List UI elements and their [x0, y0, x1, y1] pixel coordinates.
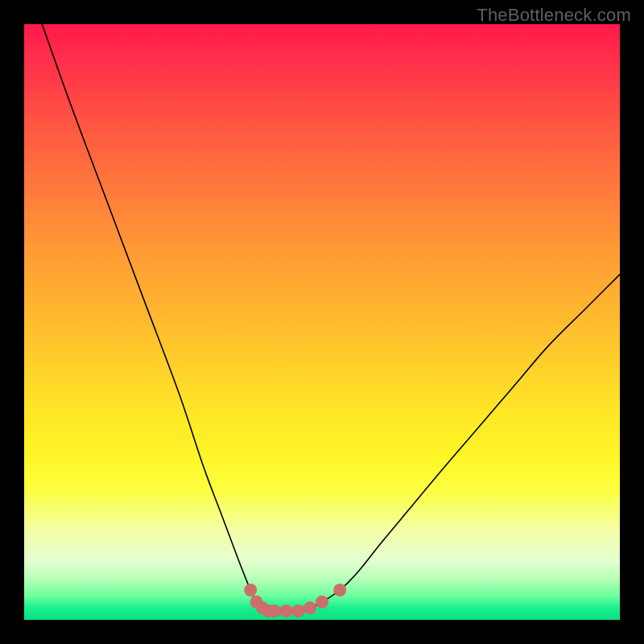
bottleneck-curve-path	[42, 24, 620, 611]
curve-svg	[24, 24, 620, 620]
curve-marker	[303, 601, 316, 614]
plot-area	[24, 24, 620, 620]
marker-group	[244, 584, 346, 617]
watermark-text: TheBottleneck.com	[477, 5, 631, 26]
chart-frame: TheBottleneck.com	[0, 0, 644, 644]
curve-marker	[244, 584, 257, 597]
curve-marker	[333, 584, 346, 597]
curve-marker	[291, 605, 304, 617]
curve-marker	[268, 605, 281, 617]
curve-marker	[316, 596, 328, 609]
curve-marker	[280, 605, 293, 617]
